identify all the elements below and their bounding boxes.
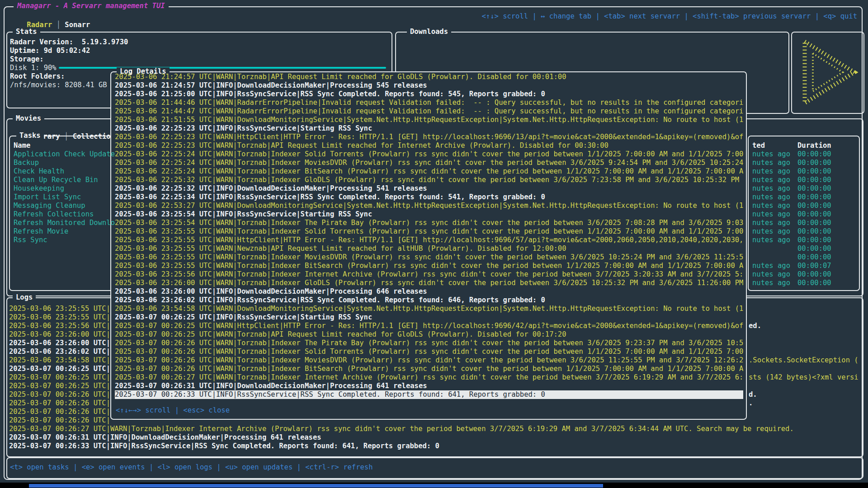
queue-row-started[interactable]: nutes ago <box>752 176 790 184</box>
log-row[interactable]: 2025-03-07 00:26:27 UTC|WARN|Torznab|Ind… <box>9 425 857 433</box>
log-detail-line[interactable]: 2025-03-06 23:25:55 UTC|WARN|Torznab|Ind… <box>115 227 743 236</box>
queue-row-duration[interactable]: 00:00:00 <box>797 227 831 236</box>
log-details-lines[interactable]: 2025-03-06 21:24:57 UTC|WARN|Torznab|API… <box>115 73 743 405</box>
task-row[interactable]: Import List Sync <box>14 193 81 202</box>
log-detail-line[interactable]: 2025-03-06 23:25:55 UTC|WARN|Torznab|Ind… <box>115 253 743 262</box>
task-row[interactable]: Messaging Cleanup <box>14 202 85 210</box>
log-row[interactable]: 2025-03-07 00:26:25 UTC| <box>9 373 109 382</box>
queue-row-duration[interactable]: 00:00:00 <box>797 184 831 193</box>
task-row[interactable]: Rss Sync <box>14 236 47 244</box>
log-row[interactable]: 2025-03-07 00:26:26 UTC| <box>9 408 109 416</box>
queue-row-duration[interactable]: 00:00:07 <box>797 262 831 270</box>
log-row[interactable]: 2025-03-06 23:26:02 UTC| <box>9 347 109 356</box>
queue-row-duration[interactable]: 00:00:00 <box>797 244 831 253</box>
log-detail-line[interactable]: 2025-03-06 22:25:24 UTC|WARN|Torznab|Ind… <box>115 159 743 167</box>
task-row[interactable]: Refresh Collections <box>14 210 94 219</box>
task-row[interactable]: Housekeeping <box>14 184 64 193</box>
log-detail-line[interactable]: 2025-03-07 00:26:25 UTC|INFO|RssSyncServ… <box>115 313 743 322</box>
queue-row-started[interactable]: nutes ago <box>752 159 790 167</box>
log-detail-line[interactable]: 2025-03-06 21:44:46 UTC|WARN|RadarrError… <box>115 99 743 107</box>
queue-row-duration[interactable]: 00:00:00 <box>797 159 831 167</box>
log-detail-line[interactable]: 2025-03-06 21:24:57 UTC|WARN|Torznab|API… <box>115 73 743 81</box>
log-detail-line[interactable]: 2025-03-06 22:25:32 UTC|INFO|DownloadDec… <box>115 184 743 193</box>
log-row[interactable]: 2025-03-06 23:26:00 UTC| <box>9 339 109 347</box>
log-detail-line[interactable]: 2025-03-06 22:25:24 UTC|WARN|Torznab|Ind… <box>115 167 743 176</box>
log-detail-line[interactable]: 2025-03-06 22:25:23 UTC|WARN|HttpClient|… <box>115 133 743 141</box>
task-row[interactable]: Check Health <box>14 167 64 176</box>
queue-row-started[interactable]: nutes ago <box>752 219 790 227</box>
queue-row-started[interactable]: nutes ago <box>752 184 790 193</box>
log-detail-line-selected[interactable]: 2025-03-07 00:26:33 UTC|INFO|RssSyncServ… <box>115 390 743 399</box>
log-detail-line[interactable]: 2025-03-06 22:53:27 UTC|WARN|DownloadMon… <box>115 202 743 210</box>
log-detail-line[interactable]: 2025-03-07 00:26:26 UTC|WARN|Torznab|Ind… <box>115 356 743 365</box>
log-detail-line[interactable]: 2025-03-06 23:26:00 UTC|WARN|Torznab|Ind… <box>115 279 743 287</box>
log-row[interactable]: 2025-03-07 00:26:25 UTC| <box>9 382 109 390</box>
log-detail-line[interactable]: 2025-03-06 21:24:57 UTC|INFO|DownloadDec… <box>115 81 743 90</box>
log-row[interactable]: 2025-03-06 23:26:00 UTC| <box>9 330 109 339</box>
queue-row-duration[interactable]: 00:00:00 <box>797 219 831 227</box>
queue-row-duration[interactable]: 00:00:00 <box>797 236 831 244</box>
queue-row-started[interactable]: nutes ago <box>752 236 790 244</box>
queue-row-duration[interactable]: 00:00:00 <box>797 167 831 176</box>
log-row[interactable]: 2025-03-06 23:25:56 UTC| <box>9 322 109 330</box>
task-row[interactable]: Application Check Update <box>14 150 115 159</box>
queue-row-started[interactable]: nutes ago <box>752 167 790 176</box>
log-detail-line[interactable]: 2025-03-07 00:26:26 UTC|WARN|Torznab|Ind… <box>115 339 743 347</box>
log-row[interactable]: 2025-03-06 23:25:55 UTC| <box>9 313 109 322</box>
log-detail-line[interactable]: 2025-03-07 00:26:26 UTC|WARN|Torznab|Ind… <box>115 365 743 373</box>
log-detail-line[interactable]: 2025-03-06 21:51:55 UTC|WARN|DownloadMon… <box>115 116 743 124</box>
task-row[interactable]: Clean Up Recycle Bin <box>14 176 98 184</box>
queue-row-duration[interactable]: 00:00:00 <box>797 202 831 210</box>
log-row[interactable]: 2025-03-07 00:26:33 UTC|INFO|RssSyncServ… <box>9 442 857 450</box>
log-detail-line[interactable]: 2025-03-06 23:25:55 UTC|WARN|HttpClient|… <box>115 236 743 244</box>
stats-storage-header: Storage: <box>10 55 44 64</box>
log-detail-line[interactable]: 2025-03-06 22:25:23 UTC|WARN|Torznab|API… <box>115 141 743 150</box>
queue-row-started[interactable]: nutes ago <box>752 210 790 219</box>
log-detail-line[interactable]: 2025-03-07 00:26:26 UTC|WARN|Torznab|Ind… <box>115 347 743 356</box>
log-detail-line[interactable]: 2025-03-07 00:26:27 UTC|WARN|Torznab|Ind… <box>115 373 743 382</box>
queue-row-duration[interactable]: 00:00:00 <box>797 193 831 202</box>
queue-row-duration[interactable]: 00:00:00 <box>797 270 831 279</box>
queue-row-duration[interactable]: 00:00:00 <box>797 253 831 262</box>
log-detail-line[interactable]: 2025-03-06 22:25:23 UTC|INFO|RssSyncServ… <box>115 124 743 133</box>
log-row-tail: d. <box>749 390 757 399</box>
log-detail-line[interactable]: 2025-03-06 22:25:24 UTC|WARN|Torznab|Ind… <box>115 150 743 159</box>
task-row[interactable]: Refresh Monitored Downlo <box>14 219 115 227</box>
log-row[interactable]: 2025-03-06 23:25:55 UTC| <box>9 305 109 313</box>
tab-sonarr[interactable]: Sonarr <box>65 21 90 29</box>
log-detail-line[interactable]: 2025-03-06 23:25:56 UTC|WARN|Torznab|Ind… <box>115 270 743 279</box>
queue-row-started[interactable]: nutes ago <box>752 279 790 287</box>
queue-row-started[interactable]: nutes ago <box>752 193 790 202</box>
log-row[interactable]: 2025-03-07 00:26:31 UTC|INFO|DownloadDec… <box>9 433 857 442</box>
queue-row-started[interactable]: nutes ago <box>752 270 790 279</box>
log-detail-line[interactable]: 2025-03-07 00:26:25 UTC|WARN|HttpClient|… <box>115 322 743 330</box>
queue-row-duration[interactable]: 00:00:00 <box>797 210 831 219</box>
queue-row-started[interactable]: nutes ago <box>752 227 790 236</box>
log-detail-line[interactable]: 2025-03-06 23:25:55 UTC|WARN|Torznab|Ind… <box>115 262 743 270</box>
log-row[interactable]: 2025-03-07 00:26:26 UTC| <box>9 399 109 408</box>
log-detail-line[interactable]: 2025-03-06 23:25:54 UTC|WARN|Torznab|Ind… <box>115 219 743 227</box>
queue-row-duration[interactable]: 00:00:00 <box>797 279 831 287</box>
log-detail-line[interactable]: 2025-03-06 23:54:58 UTC|WARN|DownloadMon… <box>115 305 743 313</box>
log-detail-line[interactable]: 2025-03-06 23:26:02 UTC|INFO|RssSyncServ… <box>115 296 743 305</box>
log-detail-line[interactable]: 2025-03-06 23:25:55 UTC|WARN|Newznab|API… <box>115 244 743 253</box>
queue-row-duration[interactable]: 00:00:00 <box>797 176 831 184</box>
log-row[interactable]: 2025-03-07 00:26:26 UTC| <box>9 416 109 425</box>
log-detail-line[interactable]: 2025-03-06 22:25:34 UTC|INFO|RssSyncServ… <box>115 193 743 202</box>
log-row[interactable]: 2025-03-07 00:26:25 UTC| <box>9 365 109 373</box>
log-detail-line[interactable]: 2025-03-06 23:26:00 UTC|INFO|DownloadDec… <box>115 287 743 296</box>
log-detail-line[interactable]: 2025-03-07 00:26:25 UTC|WARN|Torznab|API… <box>115 330 743 339</box>
log-detail-line[interactable]: 2025-03-07 00:26:31 UTC|INFO|DownloadDec… <box>115 382 743 390</box>
queue-row-started[interactable]: nutes ago <box>752 262 790 270</box>
task-row[interactable]: Refresh Movie <box>14 227 68 236</box>
log-detail-line[interactable]: 2025-03-06 22:25:32 UTC|WARN|Torznab|Ind… <box>115 176 743 184</box>
task-row[interactable]: Backup <box>14 159 39 167</box>
log-detail-line[interactable]: 2025-03-06 21:25:00 UTC|INFO|RssSyncServ… <box>115 90 743 99</box>
queue-row-started[interactable]: nutes ago <box>752 150 790 159</box>
log-row[interactable]: 2025-03-06 23:54:58 UTC| <box>9 356 109 365</box>
queue-row-started[interactable]: nutes ago <box>752 202 790 210</box>
log-detail-line[interactable]: 2025-03-06 21:44:47 UTC|WARN|RadarrError… <box>115 107 743 116</box>
log-row[interactable]: 2025-03-07 00:26:26 UTC| <box>9 390 109 399</box>
log-detail-line[interactable]: 2025-03-06 23:25:54 UTC|INFO|RssSyncServ… <box>115 210 743 219</box>
queue-row-duration[interactable]: 00:00:00 <box>797 150 831 159</box>
